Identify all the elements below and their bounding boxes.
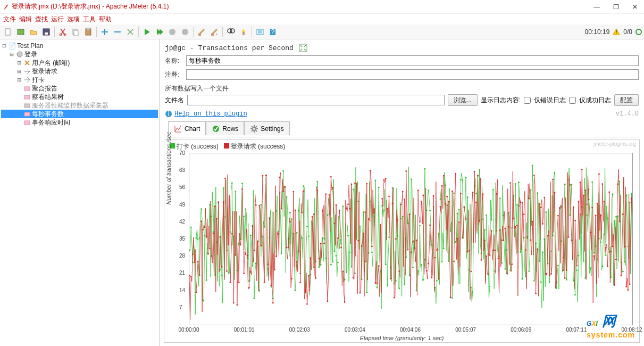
menu-help[interactable]: 帮助	[99, 15, 112, 23]
errors-only-checkbox[interactable]	[524, 97, 531, 104]
svg-point-478	[505, 228, 506, 229]
svg-point-274	[600, 241, 601, 243]
menu-search[interactable]: 查找	[35, 15, 48, 23]
tree-item[interactable]: 察看结果树	[1, 93, 158, 101]
toggle-icon[interactable]	[124, 26, 136, 38]
svg-point-425	[414, 248, 415, 250]
svg-point-260	[576, 269, 578, 271]
svg-point-386	[347, 203, 349, 205]
new-icon[interactable]	[2, 26, 14, 38]
maximize-button[interactable]: ❐	[612, 3, 620, 11]
svg-point-257	[571, 184, 573, 186]
svg-point-384	[344, 301, 346, 303]
browse-button[interactable]: 浏览...	[448, 94, 478, 106]
svg-rect-23	[24, 87, 30, 90]
svg-point-400	[371, 246, 373, 248]
svg-point-168	[419, 225, 421, 227]
tab-chart[interactable]: Chart	[168, 121, 206, 135]
svg-point-316	[228, 243, 229, 245]
reset-search-icon[interactable]	[238, 26, 249, 38]
help-icon[interactable]: ?	[267, 26, 279, 38]
svg-point-463	[479, 220, 480, 221]
svg-point-542	[614, 284, 615, 286]
clear-all-icon[interactable]	[208, 26, 220, 38]
tree-item[interactable]: 聚合报告	[1, 84, 158, 93]
menu-tools[interactable]: 工具	[83, 15, 96, 23]
menu-run[interactable]: 运行	[51, 15, 64, 23]
svg-point-299	[199, 274, 200, 276]
menu-file[interactable]: 文件	[3, 15, 16, 23]
chart-plot[interactable]	[189, 153, 633, 325]
tree-item[interactable]: 事务响应时间	[1, 118, 158, 127]
chart-legend: 打卡 (success) 登录请求 (success)	[170, 142, 285, 151]
svg-point-185	[448, 260, 450, 262]
svg-point-210	[491, 219, 492, 221]
svg-point-509	[557, 215, 559, 217]
tab-settings[interactable]: Settings	[244, 121, 289, 135]
warning-icon[interactable]: !	[613, 28, 620, 36]
svg-point-394	[361, 245, 363, 247]
svg-point-502	[546, 273, 547, 275]
templates-icon[interactable]	[15, 26, 27, 38]
svg-point-102	[306, 226, 308, 227]
svg-point-88	[282, 170, 284, 172]
start-no-pause-icon[interactable]	[154, 26, 165, 38]
svg-point-455	[465, 218, 467, 220]
name-input[interactable]	[186, 55, 639, 66]
close-button[interactable]: ✕	[631, 3, 639, 11]
stop-icon[interactable]	[166, 26, 178, 38]
svg-point-259	[574, 294, 576, 296]
tree-thread-group[interactable]: ⊟登录	[1, 50, 158, 59]
svg-text:!: !	[616, 28, 617, 35]
tree-item[interactable]: 服务器性能监控数据采集器	[1, 101, 158, 110]
chart-watermark: jmeter-plugins.org	[593, 141, 636, 147]
svg-point-389	[353, 277, 354, 278]
add-icon[interactable]	[99, 26, 111, 38]
svg-point-406	[381, 198, 383, 200]
shutdown-icon[interactable]	[179, 26, 191, 38]
svg-point-367	[315, 277, 316, 279]
start-icon[interactable]	[141, 26, 153, 38]
tab-rows[interactable]: Rows	[206, 121, 244, 135]
save-icon[interactable]	[40, 26, 52, 38]
function-icon[interactable]	[254, 26, 266, 38]
paste-icon[interactable]	[82, 26, 94, 38]
comment-input[interactable]	[186, 69, 639, 80]
legend-series-1: 登录请求 (success)	[231, 143, 286, 150]
search-icon[interactable]	[225, 26, 237, 38]
svg-point-535	[601, 183, 603, 185]
svg-point-484	[515, 226, 516, 228]
tree-root[interactable]: ⊟📄Test Plan	[1, 42, 158, 50]
copy-icon[interactable]	[70, 26, 81, 38]
menu-edit[interactable]: 编辑	[19, 15, 32, 23]
open-icon[interactable]	[28, 26, 39, 38]
svg-point-462	[477, 175, 479, 176]
svg-point-313	[223, 201, 224, 203]
svg-point-21	[636, 29, 641, 35]
success-only-checkbox[interactable]	[569, 97, 576, 104]
menu-options[interactable]: 选项	[67, 15, 80, 23]
tree-item[interactable]: ⊞打卡	[1, 76, 158, 84]
cut-icon[interactable]	[57, 26, 69, 38]
configure-button[interactable]: 配置	[614, 94, 639, 106]
svg-point-81	[271, 286, 272, 287]
svg-point-180	[440, 199, 441, 200]
expand-icon[interactable]	[299, 44, 307, 52]
svg-point-320	[235, 254, 236, 256]
svg-point-303	[206, 236, 207, 238]
remove-icon[interactable]	[112, 26, 123, 38]
svg-point-232	[528, 270, 530, 272]
test-plan-tree[interactable]: ⊟📄Test Plan ⊟登录 ⊞用户名 (邮箱)⊞登录请求⊞打卡 聚合报告 察…	[0, 39, 160, 346]
minimize-button[interactable]: —	[593, 3, 600, 11]
filename-input[interactable]	[187, 95, 445, 105]
svg-point-349	[284, 186, 286, 187]
svg-point-442	[443, 175, 445, 177]
svg-point-545	[619, 221, 621, 223]
svg-point-427	[417, 190, 419, 191]
tree-item[interactable]: ⊞登录请求	[1, 67, 158, 76]
svg-point-447	[451, 191, 453, 192]
help-link[interactable]: Help on this plugin	[174, 110, 247, 118]
tree-item[interactable]: ⊞用户名 (邮箱)	[1, 59, 158, 67]
clear-icon[interactable]	[196, 26, 207, 38]
tree-item[interactable]: 每秒事务数	[1, 110, 158, 118]
